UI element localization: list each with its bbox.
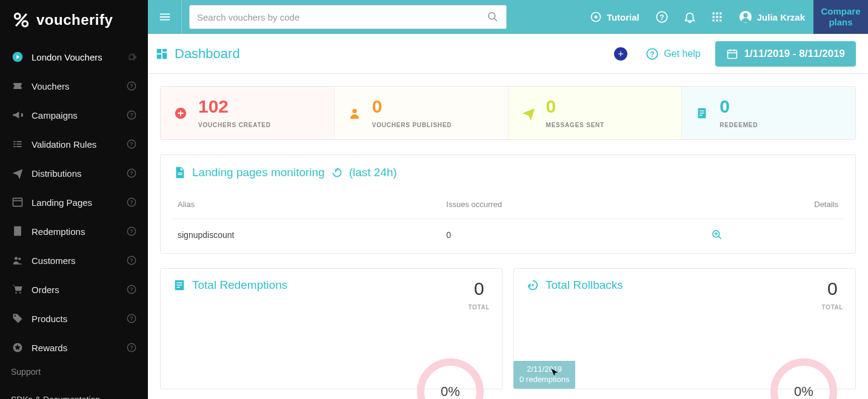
hamburger-menu-button[interactable] [148,0,182,34]
details-button[interactable] [711,229,838,241]
sidebar-item-label: Campaigns [32,110,126,120]
svg-rect-49 [157,48,161,53]
sidebar-item-landing[interactable]: Landing Pages? [0,188,148,217]
stat-value: 102 [198,97,271,116]
svg-text:?: ? [650,50,655,58]
compare-plans-button[interactable]: Compare plans [813,0,868,34]
svg-rect-38 [712,13,714,15]
svg-rect-64 [700,114,703,115]
svg-point-60 [352,108,356,113]
hamburger-icon [158,10,172,24]
svg-text:?: ? [130,112,133,118]
sidebar-item-campaigns[interactable]: Campaigns? [0,101,148,130]
svg-point-22 [15,292,17,294]
rollbacks-gauge: 0% [770,358,837,399]
help-icon[interactable]: ? [126,139,137,150]
svg-rect-41 [712,16,714,18]
svg-rect-51 [162,53,167,59]
topbar: Tutorial ? Julia Krzak Compare plans [148,0,868,34]
sidebar-sdks[interactable]: SDKs & Documentation [0,381,148,399]
svg-point-0 [15,13,20,19]
svg-text:?: ? [130,83,133,89]
sidebar-item-customers[interactable]: Customers? [0,246,148,275]
svg-rect-72 [176,282,182,283]
help-icon[interactable]: ? [126,226,137,237]
svg-text:?: ? [130,170,133,176]
svg-rect-44 [712,19,714,21]
search-box[interactable] [189,5,507,29]
svg-text:?: ? [659,13,664,22]
sidebar-item-label: Distributions [32,168,126,179]
stat-card-yellow[interactable]: 0MESSAGES SENT [508,87,682,139]
chart-tooltip: 2/11/2019 0 redemptions [513,361,575,389]
svg-text:?: ? [130,315,133,322]
help-icon[interactable]: ? [126,168,137,179]
svg-point-75 [532,284,534,286]
rollbacks-total-value: 0 [822,279,843,299]
cart-icon [11,283,24,295]
person-icon [347,107,362,120]
sidebar-item-validation[interactable]: Validation Rules? [0,130,148,159]
svg-rect-62 [700,110,704,111]
add-button[interactable] [614,47,627,61]
user-avatar-icon [739,10,752,24]
help-icon[interactable]: ? [126,313,137,324]
stats-row: 102VOUCHERS CREATED0VOUCHERS PUBLISHED0M… [160,86,856,140]
apps-button[interactable] [704,0,730,34]
svg-rect-39 [716,13,718,15]
cell-alias: signupdiscount [173,219,441,243]
svg-line-2 [16,14,27,26]
tutorial-button[interactable]: Tutorial [581,0,648,34]
svg-point-19 [18,257,21,260]
sidebar-item-label: Customers [32,256,126,266]
rollbacks-title: Total Rollbacks [546,279,623,292]
zoom-in-icon [711,229,723,241]
logo[interactable]: voucherify [0,0,148,42]
svg-rect-73 [176,285,182,285]
gear-icon[interactable] [126,51,137,62]
sidebar-item-orders[interactable]: Orders? [0,275,148,304]
content-area: 102VOUCHERS CREATED0VOUCHERS PUBLISHED0M… [148,74,868,399]
sidebar-item-label: Redemptions [32,226,126,237]
date-range-button[interactable]: 1/11/2019 - 8/11/2019 [715,41,856,67]
sidebar-item-distributions[interactable]: Distributions? [0,159,148,188]
user-menu[interactable]: Julia Krzak [730,0,813,34]
svg-rect-55 [727,50,736,58]
ticket-icon [11,80,24,92]
help-icon[interactable]: ? [126,197,137,208]
sidebar-item-rewards[interactable]: Rewards? [0,333,148,362]
restore-icon [526,279,539,292]
help-icon[interactable]: ? [126,81,137,91]
stat-card-pink[interactable]: 102VOUCHERS CREATED [161,87,334,139]
search-icon [487,11,499,23]
svg-text:?: ? [130,228,133,234]
help-icon[interactable]: ? [126,110,137,120]
refresh-icon [331,167,343,179]
help-icon[interactable]: ? [126,284,137,295]
play-icon [11,51,24,63]
stat-label: VOUCHERS CREATED [198,122,271,128]
stat-card-teal[interactable]: 0REDEEMED [681,87,855,139]
svg-text:?: ? [130,345,133,351]
svg-point-23 [19,292,21,294]
sidebar-item-products[interactable]: Products? [0,304,148,333]
help-icon[interactable]: ? [126,255,137,266]
sidebar-support[interactable]: Support [0,362,148,381]
notifications-button[interactable] [676,0,704,34]
landing-pages-panel: Landing pages monitoring (last 24h) Alia… [160,154,856,254]
svg-rect-45 [716,19,718,21]
sidebar-item-vouchers[interactable]: Vouchers? [0,71,148,101]
svg-rect-43 [719,16,721,18]
people-icon [11,254,24,266]
stat-card-orange[interactable]: 0VOUCHERS PUBLISHED [334,87,508,139]
sidebar-item-london[interactable]: London Vouchers [0,42,148,71]
search-input[interactable] [197,12,487,22]
sidebar-item-redemptions[interactable]: Redemptions? [0,217,148,246]
help-button[interactable]: ? [648,0,676,34]
help-icon[interactable]: ? [126,342,137,353]
cell-issues: 0 [441,219,706,243]
article-icon [694,107,710,120]
get-help-button[interactable]: ? Get help [646,47,700,61]
stat-label: VOUCHERS PUBLISHED [372,122,452,128]
browser-icon [11,196,24,208]
